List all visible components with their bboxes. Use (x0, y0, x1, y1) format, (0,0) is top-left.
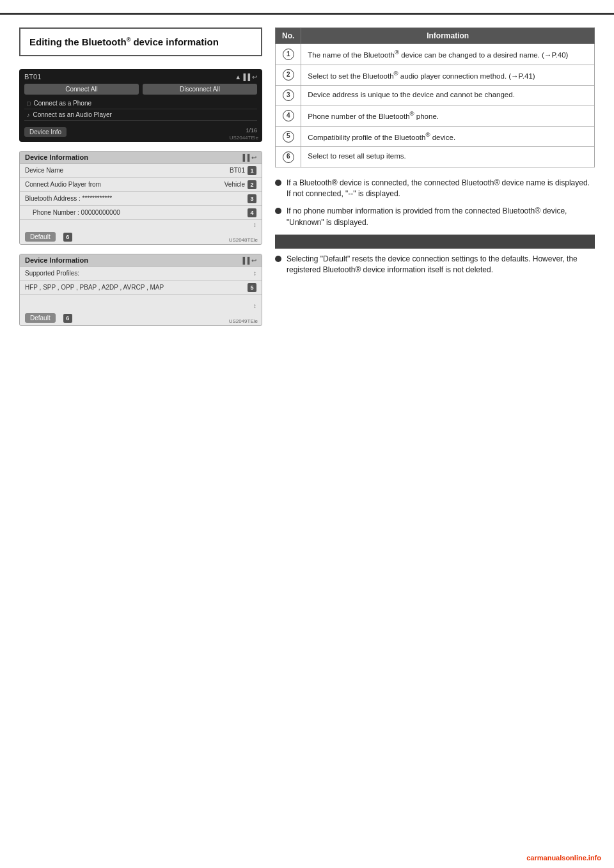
device-info-btn[interactable]: Device Info (24, 127, 67, 137)
connect-all-btn[interactable]: Connect All (24, 84, 139, 95)
screen3: Device Information ▐▐ ↩ Supported Profil… (19, 254, 262, 326)
table-header-no: No. (276, 28, 301, 44)
table-cell-num: 5 (276, 126, 301, 147)
footer-badge-2: 6 (63, 314, 72, 323)
screen1-page: 1/16 (246, 127, 257, 134)
screen2-icons: ▐▐ ↩ (240, 154, 256, 161)
title-rest: device information (130, 36, 219, 47)
row2-value: Vehicle (224, 181, 245, 188)
bullet-2 (275, 208, 281, 214)
screen1-icons: ▲▐▐ ↩ (235, 74, 257, 81)
note-bullet-3: Selecting "Default" resets the device co… (275, 254, 595, 276)
table-cell-num: 2 (276, 65, 301, 86)
screen1-btn-row: Connect All Disconnect All (24, 84, 257, 95)
scroll-icon: ↕ (253, 221, 256, 228)
default-btn-2[interactable]: Default (25, 313, 56, 323)
circle-number: 4 (283, 110, 294, 121)
top-line (0, 13, 614, 15)
screen3-title: Device Information (25, 256, 88, 264)
bullet-3 (275, 256, 281, 262)
screen2-row4: Phone Number : 00000000000 4 (20, 206, 262, 220)
screen1-phone-item[interactable]: □ Connect as a Phone (24, 98, 257, 109)
table-cell-num: 1 (276, 44, 301, 65)
row1-label: Device Name (25, 167, 224, 174)
title-box: Editing the Bluetooth® device informatio… (19, 27, 262, 56)
screen2-title: Device Information (25, 153, 88, 161)
row4-label: Phone Number : 00000000000 (25, 209, 245, 216)
circle-number: 1 (283, 49, 294, 60)
note-text-1: If a Bluetooth® device is connected, the… (287, 178, 595, 200)
screen3-scroll-bottom: ↕ (20, 295, 262, 311)
screen2-row3: Bluetooth Address : ************ 3 (20, 192, 262, 206)
screen1-title: BT01 (24, 73, 41, 81)
screen1: BT01 ▲▐▐ ↩ Connect All Disconnect All □ … (19, 69, 262, 142)
table-cell-info: Select to reset all setup items. (301, 147, 595, 167)
screen2-header: Device Information ▐▐ ↩ (20, 151, 262, 164)
table-header-info: Information (301, 28, 595, 44)
note-text-3: Selecting "Default" resets the device co… (287, 254, 595, 276)
audio-item-label: Connect as an Audio Player (33, 111, 112, 118)
screen1-label: US2044TEle (230, 135, 258, 141)
screen3-footer: Default 6 (20, 311, 262, 325)
phone-item-label: Connect as a Phone (33, 100, 91, 107)
screen2-label: US2048TEle (229, 237, 258, 243)
profiles-badge: 5 (248, 283, 256, 292)
row1-badge: 1 (248, 166, 256, 175)
section-title: Editing the Bluetooth® device informatio… (29, 35, 252, 49)
screen3-header: Device Information ▐▐ ↩ (20, 254, 262, 267)
circle-number: 6 (283, 151, 294, 163)
note-bullet-1: If a Bluetooth® device is connected, the… (275, 178, 595, 200)
default-btn-1[interactable]: Default (25, 232, 56, 242)
screen2: Device Information ▐▐ ↩ Device Name BT01… (19, 151, 262, 245)
table-row: 4Phone number of the Bluetooth® phone. (276, 105, 595, 127)
audio-icon: ♪ (27, 112, 30, 118)
table-cell-num: 6 (276, 147, 301, 167)
row4-badge: 4 (248, 208, 256, 217)
table-cell-num: 3 (276, 86, 301, 105)
note-text-2: If no phone number information is provid… (287, 206, 595, 228)
screen1-audio-item[interactable]: ♪ Connect as an Audio Player (24, 109, 257, 121)
screen3-label: US2049TEle (229, 318, 258, 324)
screen3-row2: HFP , SPP , OPP , PBAP , A2DP , AVRCP , … (20, 281, 262, 295)
circle-number: 5 (283, 131, 294, 143)
table-cell-info: Select to set the Bluetooth® audio playe… (301, 65, 595, 86)
row3-label: Bluetooth Address : ************ (25, 195, 245, 202)
scroll-icon-2: ↕ (253, 302, 256, 309)
disconnect-all-btn[interactable]: Disconnect All (143, 84, 257, 95)
table-cell-info: Compatibility profile of the Bluetooth® … (301, 126, 595, 147)
circle-number: 2 (283, 69, 294, 81)
screen2-row2[interactable]: Connect Audio Player from Vehicle 2 (20, 178, 262, 192)
table-row: 6Select to reset all setup items. (276, 147, 595, 167)
table-row: 1The name of the Bluetooth® device can b… (276, 44, 595, 65)
screen1-header: BT01 ▲▐▐ ↩ (24, 73, 257, 81)
page-container: Editing the Bluetooth® device informatio… (0, 0, 614, 868)
table-cell-info: Phone number of the Bluetooth® phone. (301, 105, 595, 127)
left-column: Editing the Bluetooth® device informatio… (19, 27, 262, 335)
table-cell-info: Device address is unique to the device a… (301, 86, 595, 105)
info-table: No. Information 1The name of the Bluetoo… (275, 27, 595, 167)
dark-bar (275, 235, 595, 249)
supported-profiles-label: Supported Profiles: (25, 270, 251, 277)
bottom-logo: carmanualsonline.info (526, 854, 601, 862)
table-cell-num: 4 (276, 105, 301, 127)
right-column: No. Information 1The name of the Bluetoo… (275, 27, 595, 335)
table-row: 2Select to set the Bluetooth® audio play… (276, 65, 595, 86)
title-main: Editing the Bluetooth (29, 36, 127, 47)
row3-badge: 3 (248, 194, 256, 203)
row2-badge: 2 (248, 180, 256, 189)
bullet-1 (275, 180, 281, 186)
screen2-footer: Default 6 (20, 229, 262, 244)
circle-number: 3 (283, 89, 294, 101)
table-cell-info: The name of the Bluetooth® device can be… (301, 44, 595, 65)
content-area: Editing the Bluetooth® device informatio… (0, 21, 614, 341)
profiles-value: HFP , SPP , OPP , PBAP , A2DP , AVRCP , … (25, 284, 245, 291)
row1-value: BT01 (230, 167, 245, 174)
row2-label: Connect Audio Player from (25, 181, 219, 188)
screen2-row1[interactable]: Device Name BT01 1 (20, 164, 262, 178)
note-bullet-2: If no phone number information is provid… (275, 206, 595, 228)
logo-text: carmanualsonline.info (526, 854, 601, 862)
screen2-scroll: ↕ (20, 220, 262, 229)
screen3-icons: ▐▐ ↩ (240, 257, 256, 264)
screen3-row1: Supported Profiles: ↕ (20, 267, 262, 281)
phone-icon: □ (27, 100, 30, 107)
